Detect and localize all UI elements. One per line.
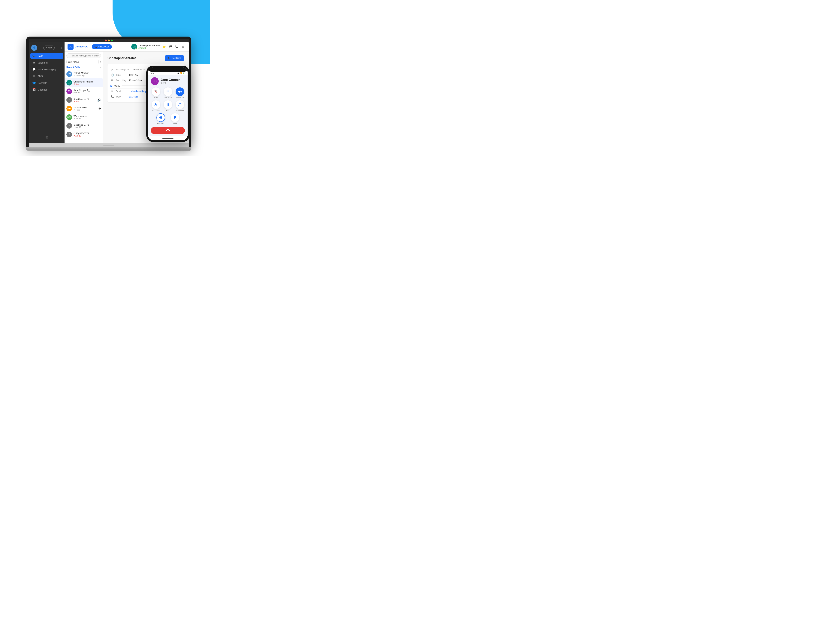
play-button[interactable]: ▶ — [110, 84, 113, 87]
hold-button[interactable] — [164, 100, 172, 109]
transfer-icon — [178, 103, 182, 107]
screen-share-button[interactable]: 🖥 — [181, 44, 186, 49]
call-item[interactable]: JC Jane Cooper 📞 9:45 AM — [65, 87, 103, 96]
svg-point-2 — [168, 90, 168, 91]
flag-button[interactable]: 🏴 — [168, 44, 173, 49]
call-back-label: Call Back — [172, 57, 181, 59]
call-item[interactable]: CA Christopher Abrams ✗ Mon — [65, 78, 103, 87]
transfer-label: TRANSFER — [175, 110, 184, 111]
sidebar-label-contacts: Contacts — [37, 82, 47, 84]
svg-point-4 — [167, 91, 167, 92]
email-icon: ✉ — [110, 90, 114, 93]
avatar: ? — [67, 97, 72, 103]
logo-icon: UC — [68, 44, 74, 50]
record-button[interactable] — [156, 113, 165, 122]
call-back-button[interactable]: 📞 Call Back — [165, 55, 184, 61]
sidebar-item-voicemail[interactable]: ◉ Voicemail — [30, 59, 63, 66]
call-item[interactable]: PM Patrick Meehan ✓ 10 min ago — [65, 70, 103, 78]
call-item[interactable]: ? (256) 555-0773 ✓ Apr 12 — [65, 122, 103, 130]
svg-point-5 — [168, 91, 168, 92]
phone-caller-info: JC Jane Cooper 00:21 — [151, 77, 185, 85]
new-button[interactable]: + New — [43, 46, 54, 50]
minimize-dot[interactable] — [108, 40, 110, 42]
sidebar-item-team-messaging[interactable]: 💬 Team Messaging — [30, 66, 63, 73]
filter-button[interactable]: ≡ — [99, 66, 101, 69]
filter-chevron-icon: ▾ — [100, 60, 101, 63]
user-details: Christopher Abrams Available — [138, 44, 160, 49]
date-filter-select[interactable]: Last 7 Days — [67, 60, 99, 64]
close-dot[interactable] — [105, 40, 107, 42]
home-bar — [162, 138, 173, 139]
call-info: Michael Miller ✓ Tues — [74, 106, 97, 111]
sidebar-item-sms[interactable]: ✉ SMS — [30, 73, 63, 79]
park-button[interactable]: P — [171, 113, 179, 122]
incoming-call-value: Jan 05, 2021 — [132, 68, 145, 71]
phone-icon: 📞 — [32, 54, 36, 57]
user-info: CA Christopher Abrams Available — [131, 44, 160, 49]
maximize-dot[interactable] — [111, 40, 113, 42]
sidebar-item-contacts[interactable]: 👥 Contacts — [30, 80, 63, 86]
park-action[interactable]: P PARK — [169, 113, 181, 124]
caller-name: Jane Cooper 📞 — [74, 89, 101, 92]
webcam — [103, 145, 114, 145]
speaker-button[interactable] — [176, 87, 184, 96]
sidebar-label-sms: SMS — [37, 75, 43, 78]
transfer-action[interactable]: TRANSFER — [175, 100, 185, 111]
detail-header: Christopher Abrams 📞 Call Back — [107, 55, 184, 61]
sidebar-item-meetings[interactable]: 📅 Meetings — [30, 86, 63, 93]
phone-notch — [148, 68, 187, 72]
phone-status-icons: 📶 🔋 — [176, 73, 184, 74]
search-input[interactable] — [67, 53, 101, 58]
call-time: ↗ Apr 12 — [74, 117, 101, 120]
user-name: Christopher Abrams — [138, 44, 160, 47]
recording-icon: 🎙 — [110, 79, 114, 82]
dialpad-icon[interactable]: ⊞ — [45, 135, 48, 139]
incoming-call-icon: ↙ — [110, 68, 114, 71]
star-button[interactable]: ⭐ — [161, 44, 167, 49]
mute-button[interactable] — [152, 87, 160, 96]
collapse-sidebar-button[interactable]: « — [61, 46, 62, 49]
call-item[interactable]: MM Michael Miller ✓ Tues ✛ — [65, 104, 103, 113]
transfer-button[interactable] — [176, 100, 184, 109]
call-info: (256) 555-0773 ✓ Apr 12 — [74, 124, 101, 128]
speaker-action[interactable]: SPEAKER — [175, 87, 185, 99]
record-action[interactable]: RECORD — [155, 113, 167, 124]
add-call-action[interactable]: ADD CALL — [151, 100, 161, 111]
svg-point-3 — [169, 90, 169, 91]
dialpad-action[interactable]: DIAL PAD — [163, 87, 173, 99]
laptop-chin — [29, 143, 189, 147]
avatar: MM — [67, 106, 72, 111]
voicemail-icon: ◉ — [32, 61, 36, 64]
phone-status-bar: 9:41 📶 🔋 — [148, 72, 187, 75]
end-call-button[interactable] — [151, 127, 185, 134]
hold-icon — [166, 103, 170, 107]
phone-button[interactable]: 📞 — [174, 44, 179, 49]
call-info: Patrick Meehan ✓ 10 min ago — [74, 72, 101, 77]
mute-action[interactable]: MUTE — [151, 87, 161, 99]
svg-rect-12 — [178, 105, 179, 106]
svg-point-6 — [169, 91, 169, 92]
voicemail-icon: 🔊 — [97, 98, 101, 102]
svg-point-1 — [167, 90, 167, 91]
call-item[interactable]: WW Wade Warren ↗ Apr 12 — [65, 113, 103, 122]
contacts-icon: 👥 — [32, 81, 36, 85]
filter-row: Last 7 Days ▾ — [65, 59, 103, 65]
call-item[interactable]: ? (256) 555-0773 ✗ Mon 🔊 — [65, 96, 103, 104]
dialpad-button[interactable] — [164, 87, 172, 96]
phone-caller-details: Jane Cooper 00:21 — [161, 78, 180, 84]
hold-action[interactable]: HOLD — [163, 100, 173, 111]
mute-icon — [154, 90, 158, 94]
sidebar-item-calls[interactable]: 📞 Calls — [30, 53, 63, 59]
work-value[interactable]: Ext. 4068 — [129, 96, 138, 98]
recording-label: Recording: — [116, 79, 127, 82]
phone-notch-inner — [162, 69, 173, 71]
caller-name: (256) 555-0773 — [74, 132, 101, 135]
sidebar-top: 👤 + New « — [29, 44, 65, 53]
add-call-button[interactable] — [152, 100, 160, 109]
caller-name: Patrick Meehan — [74, 72, 101, 74]
new-call-button[interactable]: 📞 + New Call — [92, 44, 112, 49]
call-item[interactable]: ? (256) 555-0773 ↗ Apr 12 — [65, 130, 103, 139]
svg-point-9 — [169, 92, 169, 93]
call-info: (256) 555-0773 ↗ Apr 12 — [74, 132, 101, 137]
add-icon[interactable]: ✛ — [99, 107, 101, 110]
